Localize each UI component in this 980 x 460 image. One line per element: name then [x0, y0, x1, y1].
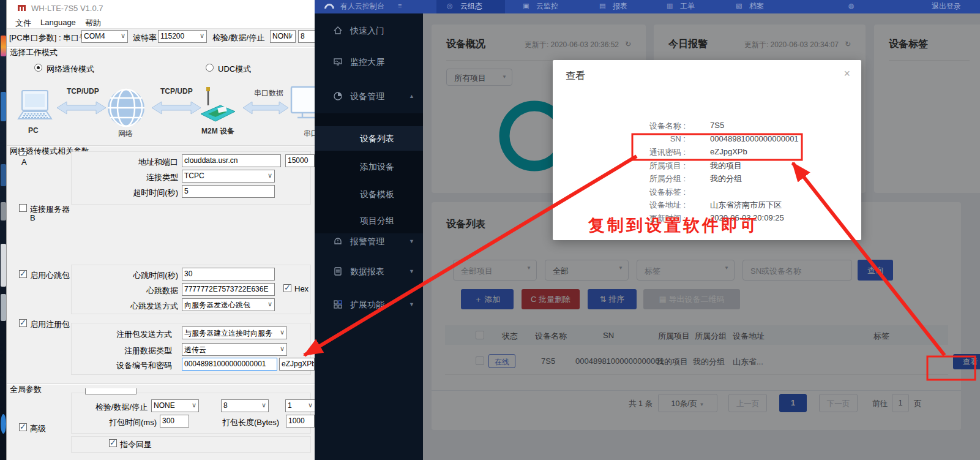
- hamburger-icon[interactable]: ≡: [398, 2, 402, 9]
- annotation-note: 复制到设置软件即可: [588, 214, 759, 236]
- server-a-checkbox[interactable]: [19, 151, 27, 156]
- nav-tab-workorder[interactable]: 工单: [680, 1, 695, 12]
- sidebar-item-label: 数据报表: [350, 266, 384, 277]
- hex-checkbox[interactable]: [283, 284, 291, 292]
- serial-params-label: [PC串口参数] : 串口号: [9, 32, 87, 43]
- sidebar-subitem-device-template[interactable]: 设备模板: [315, 182, 423, 206]
- diagram-tcp1-label: TCP/UDP: [67, 87, 99, 96]
- sidebar-subitem-device-list[interactable]: 设备列表: [315, 126, 423, 151]
- sidebar-item-extensions[interactable]: 扩展功能 ▼: [315, 292, 423, 317]
- diagram-tcp2-label: TCP/UDP: [160, 87, 193, 96]
- modal-label-project: 所属项目 :: [612, 160, 686, 172]
- global-parity-select[interactable]: NONE: [151, 399, 199, 412]
- nav-tab-scada[interactable]: 云组态: [460, 1, 482, 12]
- menu-file[interactable]: 文件: [15, 18, 31, 29]
- nav-tab-monitor[interactable]: 云监控: [536, 1, 558, 12]
- sidebar-subitem-add-device[interactable]: 添加设备: [315, 154, 423, 179]
- advanced-label: 高级: [30, 423, 46, 434]
- timeout-label: 超时时间(秒): [71, 187, 178, 198]
- serial-device-monitor-icon: [290, 86, 315, 126]
- home-icon: [333, 26, 343, 36]
- sidebar-item-alarms[interactable]: 报警管理 ▼: [315, 229, 423, 254]
- cloud-top-navbar: 有人云控制台 ≡ ◎ 云组态 ▣ 云监控 ▤ 报表 ▥ 工单 ▧ 档案 ◍ 退出…: [315, 0, 980, 13]
- menu-language[interactable]: Language: [40, 18, 76, 27]
- nav-tab-report[interactable]: 报表: [613, 1, 627, 12]
- heartbeat-data-input[interactable]: 7777772E7573722E636E: [182, 283, 275, 296]
- modal-label-name: 设备名称 :: [612, 121, 686, 132]
- cloud-logo-icon: [323, 2, 337, 13]
- device-id-input[interactable]: 00048981000000000001: [182, 358, 277, 371]
- pack-time-label: 打包时间(ms): [86, 417, 157, 428]
- udc-mode-radio[interactable]: [206, 64, 214, 72]
- heartbeat-enable-label: 启用心跳包: [30, 270, 70, 281]
- m2m-device-icon: [200, 87, 236, 125]
- server-port-input[interactable]: 15000: [285, 154, 315, 167]
- advanced-checkbox[interactable]: [19, 423, 27, 431]
- bell-icon[interactable]: ◍: [848, 2, 855, 10]
- global-databits-select[interactable]: 8: [221, 399, 269, 412]
- device-password-input[interactable]: eZJpgXPb: [279, 358, 315, 371]
- modal-label-address: 设备地址 :: [612, 200, 686, 211]
- sidebar-subitem-label: 添加设备: [360, 162, 394, 173]
- cloud-sidebar: 快速入门 监控大屏 设备管理 ▲ 设备列表 添加设备 设备模板 项目分组: [315, 13, 423, 460]
- window-titlebar[interactable]: WH-LTE-7S5 V1.0.7: [7, 0, 315, 16]
- com-port-select[interactable]: COM4: [81, 30, 128, 43]
- pack-len-input[interactable]: 1000: [286, 415, 315, 428]
- sidebar-item-quickstart[interactable]: 快速入门: [315, 18, 423, 43]
- double-arrow-icon: [57, 100, 106, 115]
- baud-select[interactable]: 115200: [158, 30, 207, 43]
- sidebar-item-label: 快速入门: [350, 26, 384, 37]
- global-stopbits-select[interactable]: 1: [285, 399, 315, 412]
- server-b-checkbox[interactable]: [19, 204, 27, 212]
- udc-mode-label[interactable]: UDC模式: [218, 64, 251, 75]
- heartbeat-enable-checkbox[interactable]: [19, 270, 27, 278]
- heartbeat-time-input[interactable]: 30: [182, 268, 275, 281]
- sidebar-item-reports[interactable]: 数据报表 ▼: [315, 259, 423, 284]
- server-b-label2: B: [30, 213, 36, 222]
- chevron-up-icon: ▲: [409, 93, 414, 99]
- archive-tab-icon: ▧: [736, 2, 742, 10]
- desktop-icon: [1, 414, 6, 434]
- workorder-tab-icon: ▥: [667, 2, 673, 10]
- pc-laptop-icon: [16, 89, 54, 126]
- view-device-modal: 查看 × 设备名称 : 7S5 SN : 0004898100000000000…: [553, 60, 861, 240]
- server-addr-input[interactable]: clouddata.usr.cn: [182, 154, 281, 167]
- report-doc-icon: [333, 266, 343, 276]
- nav-tab-archive[interactable]: 档案: [749, 1, 764, 12]
- echo-checkbox[interactable]: [109, 439, 117, 447]
- pack-time-input[interactable]: 300: [160, 415, 189, 428]
- echo-panel: [71, 436, 311, 453]
- app-logo-icon: [18, 5, 26, 11]
- modal-title: 查看: [566, 70, 585, 83]
- heartbeat-mode-select[interactable]: 向服务器发送心跳包: [182, 298, 275, 311]
- databits-select[interactable]: 8: [298, 30, 315, 43]
- grid-apps-icon: [333, 300, 343, 309]
- register-type-select[interactable]: 透传云: [182, 343, 287, 356]
- window-title: WH-LTE-7S5 V1.0.7: [31, 4, 103, 13]
- addr-label: 地址和端口: [71, 157, 178, 168]
- conn-type-select[interactable]: TCPC: [182, 170, 275, 183]
- baud-label: 波特率: [133, 32, 157, 43]
- parity-select[interactable]: NONI: [270, 30, 296, 43]
- net-mode-label[interactable]: 网络透传模式: [47, 64, 94, 75]
- report-tab-icon: ▤: [599, 2, 605, 10]
- modal-value-group: 我的分组: [710, 173, 742, 184]
- menubar: 文件 Language 帮助: [7, 16, 315, 29]
- menu-help[interactable]: 帮助: [85, 18, 101, 29]
- sidebar-item-devices[interactable]: 设备管理 ▲: [315, 84, 423, 108]
- register-enable-checkbox[interactable]: [19, 319, 27, 327]
- diagram-serialdata-label: 串口数据: [254, 88, 283, 99]
- server-b-label: 连接服务器: [30, 204, 70, 215]
- desktop-edge-strip: [0, 0, 6, 460]
- close-icon[interactable]: ×: [843, 67, 850, 80]
- timeout-input[interactable]: 5: [182, 185, 275, 198]
- net-mode-radio[interactable]: [34, 64, 42, 72]
- sidebar-item-bigscreen[interactable]: 监控大屏: [315, 50, 423, 74]
- heartbeat-time-label: 心跳时间(秒): [71, 270, 178, 281]
- nav-logout[interactable]: 退出登录: [932, 1, 961, 12]
- diagram-serialdev-label: 串口设: [304, 129, 315, 139]
- register-mode-select[interactable]: 与服务器建立连接时向服务: [182, 326, 287, 339]
- monitor-icon: [333, 57, 343, 67]
- hex-label: Hex: [294, 284, 309, 293]
- sidebar-item-label: 报警管理: [350, 236, 384, 247]
